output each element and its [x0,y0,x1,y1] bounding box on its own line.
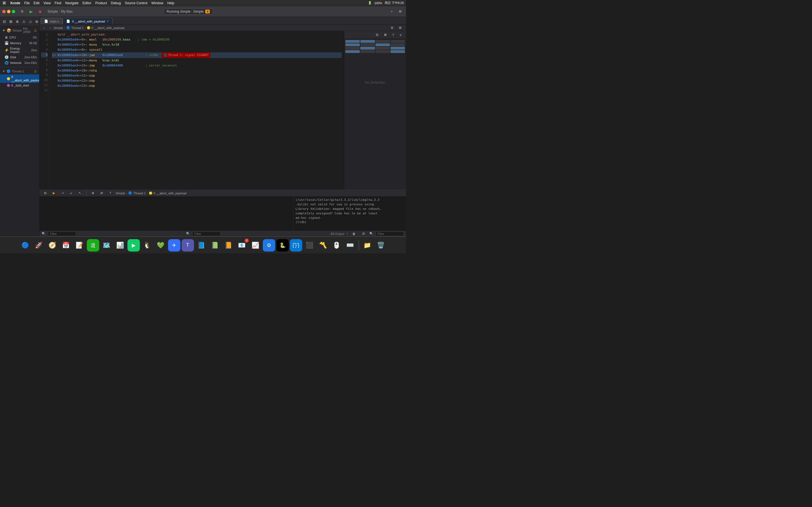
dock-xcode[interactable]: ⚙ [263,239,275,251]
frame-0[interactable]: 🟡 0 __abort_with_payload [0,74,39,83]
add-button[interactable]: ＋ [388,8,396,15]
menu-navigate[interactable]: Navigate [65,1,79,5]
dock-activity-monitor[interactable]: 📈 [249,239,262,251]
split-console-btn[interactable]: ⊟ [360,230,367,237]
debug-viewmem-btn[interactable]: ⊕ [89,190,96,196]
debug-simulate-btn[interactable]: ⇄ [98,190,105,196]
dock-calendar[interactable]: 📅 [60,239,72,251]
bottom-breadcrumb-frame[interactable]: 0 __abort_with_payload [153,191,186,195]
stop-button[interactable]: ■ [37,8,43,15]
dock-maps[interactable]: 🗺️ [100,239,113,251]
menu-edit[interactable]: Edit [34,1,40,5]
console-panel[interactable]: (/usr/local/Cellar/gitw/3.3.2/lib/libglt… [293,196,406,230]
disk-label: Disk [10,55,16,59]
debug-continue-btn[interactable]: ▶ [50,190,57,196]
code-content[interactable]: dyld`__abort_with_payload: 0x100065ed4 <… [50,31,344,189]
nav-search[interactable]: ⊕ [15,18,20,25]
thread1-header[interactable]: ▼ 🔵 Thread 1 ⚠ [0,68,39,74]
debug-stepout-btn[interactable]: ↖ [77,190,84,196]
all-output-label[interactable]: All Output [331,232,344,235]
minimize-button[interactable] [7,10,10,13]
breadcrumb-frame[interactable]: 0 __abort_with_payload [91,26,124,30]
dock-notes[interactable]: 📝 [73,239,86,251]
nav-warn[interactable]: ⚠ [21,18,27,25]
breadcrumb-forward-button[interactable]: → [48,24,52,31]
dock-wechat-red[interactable]: 道 [87,239,99,251]
dock-imovie[interactable]: ▶ [128,239,140,251]
dock-files[interactable]: 📁 [361,239,373,251]
menu-file[interactable]: File [24,1,30,5]
dock-launchpad[interactable]: 🚀 [33,239,45,251]
nav-toggle-2[interactable]: ⊠ [8,18,13,25]
filter-input-right[interactable] [375,231,404,236]
menu-product[interactable]: Product [95,1,107,5]
frame-6[interactable]: 🟣 6 _dyld_start [0,83,39,88]
sidebar-item-disk[interactable]: 💿 Disk Zero KB/s [0,54,39,60]
debug-env-btn[interactable]: ⇡ [107,190,114,196]
sidebar-item-energy[interactable]: ⚡ Energy Impact Zero [0,46,39,54]
inspector-btn-4[interactable]: ≡ [398,32,404,38]
close-button[interactable] [2,10,6,13]
dock-qq[interactable]: 🐧 [141,239,153,251]
dock-powerpoint[interactable]: 📙 [222,239,235,251]
menu-find[interactable]: Find [55,1,61,5]
dock-matlab[interactable]: 〽️ [317,239,329,251]
menu-debug[interactable]: Debug [111,1,121,5]
editor-split-btn[interactable]: ⊟ [389,24,396,31]
sidebar-item-network[interactable]: 🌐 Network Zero KB/s [0,60,39,66]
dock-keyboard[interactable]: ⌨️ [344,239,356,251]
inspector-btn-2[interactable]: ⊠ [382,32,389,38]
dock-trash[interactable]: 🗑️ [375,239,387,251]
dock-word[interactable]: 📘 [195,239,207,251]
sidebar-item-memory[interactable]: 💾 Memory 96 KB [0,40,39,46]
menu-view[interactable]: View [43,1,51,5]
sidebar-toggle-button[interactable]: ⊟ [18,8,26,15]
nav-diamond[interactable]: ◇ [28,18,33,25]
warning-count-badge[interactable]: 4 [205,10,210,13]
nav-toggle-1[interactable]: ⊟ [2,18,7,25]
dock-teams[interactable]: T [182,239,194,251]
clear-console-btn[interactable]: 🗑 [350,230,358,237]
bottom-breadcrumb-thread[interactable]: Thread 1 [133,191,146,195]
scheme-breadcrumb[interactable]: Simple › My Mac [45,9,75,14]
editor-options-btn[interactable]: ⊞ [397,24,404,31]
bottom-breadcrumb-project[interactable]: Simple [116,191,125,195]
filter-input-left[interactable] [48,231,76,236]
apple-menu[interactable]: ⌘ [2,1,6,5]
dock-vscode[interactable]: {'}'} [290,239,302,251]
dock-safari[interactable]: 🧭 [46,239,59,251]
nav-bookmark[interactable]: ⊛ [34,18,40,25]
dock-finder[interactable]: 🔵 [19,239,32,251]
collapse-icon[interactable]: ▼ [2,29,5,32]
dock-mail[interactable]: 📧 2 [236,239,248,251]
dock-excel[interactable]: 📗 [209,239,221,251]
dock-feishu[interactable]: ✈ [168,239,181,251]
menu-source-control[interactable]: Source Control [125,1,147,5]
inspector-btn-3[interactable]: ? [390,32,396,38]
fullscreen-button[interactable] [12,10,15,13]
filter-input-mid[interactable] [192,231,220,236]
dock-numbers[interactable]: 📊 [114,239,126,251]
dock-wechat-green[interactable]: 💚 [154,239,167,251]
run-button[interactable]: ▶ [28,8,35,15]
breadcrumb-project[interactable]: Simple [54,26,63,30]
debug-stepover-btn[interactable]: ⇢ [59,190,66,196]
tab-close-abort[interactable]: ✕ [107,20,109,23]
dock-logi[interactable]: 🖱️ [331,239,343,251]
dock-pycharm[interactable]: 🐍 [276,239,289,251]
inspector-btn-1[interactable]: ⊟ [373,32,380,38]
debug-stepin-btn[interactable]: ↙ [68,190,75,196]
menu-xcode[interactable]: Xcode [10,1,20,5]
code-line-5: |→ 0x100065ede <+10>: jae 0x100065ee8 ; … [52,52,342,58]
menu-editor[interactable]: Editor [83,1,91,5]
dock-terminal[interactable]: ⬛ [303,239,316,251]
sidebar-item-cpu[interactable]: 🖥 CPU 0% [0,35,39,40]
breadcrumb-thread[interactable]: Thread 1 [71,26,84,30]
tab-main-c[interactable]: 📄 main.c [41,18,63,24]
menu-window[interactable]: Window [151,1,163,5]
breadcrumb-back-button[interactable]: ← [42,24,47,31]
inspector-toggle-button[interactable]: ⊞ [397,8,404,15]
tab-abort-payload[interactable]: 📄 0 __abort_with_payload ✕ [63,18,112,24]
debug-hide-btn[interactable]: ⊟ [42,190,49,196]
menu-help[interactable]: Help [167,1,174,5]
